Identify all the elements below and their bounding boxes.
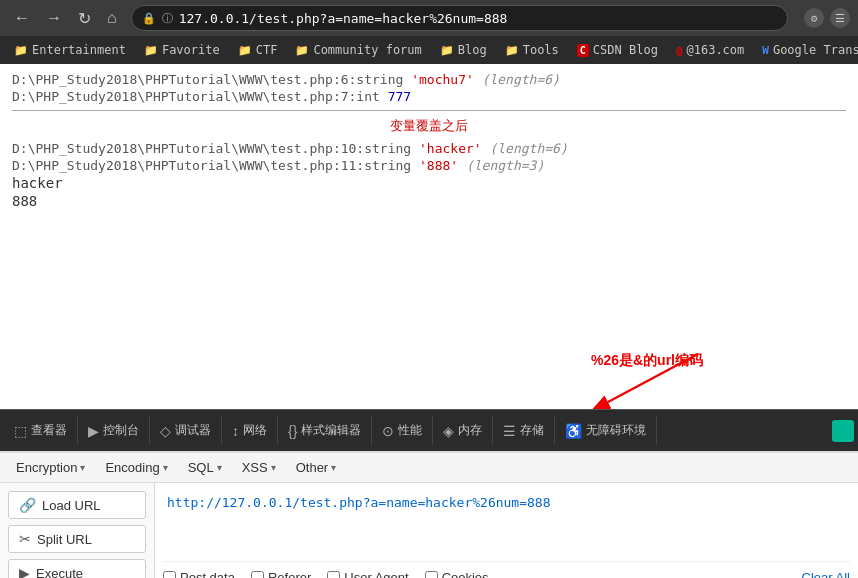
menu-button[interactable]: ☰ (830, 8, 850, 28)
home-button[interactable]: ⌂ (101, 7, 123, 29)
bookmark-label: Entertainment (32, 43, 126, 57)
other-label: Other (296, 460, 329, 475)
devtools-label: 样式编辑器 (301, 422, 361, 439)
clear-all-button[interactable]: Clear All (802, 570, 850, 578)
green-indicator[interactable] (832, 420, 854, 442)
folder-icon: 📁 (440, 44, 454, 57)
execute-button[interactable]: ▶ Execute (8, 559, 146, 578)
console-icon: ▶ (88, 423, 99, 439)
folder-icon: 📁 (238, 44, 252, 57)
devtools-style-editor[interactable]: {} 样式编辑器 (278, 416, 372, 445)
bookmark-163[interactable]: @ @163.com (668, 40, 752, 60)
bookmark-google-translate[interactable]: W Google Translate (754, 40, 858, 60)
page-content: D:\PHP_Study2018\PHPTutorial\WWW\test.ph… (0, 64, 858, 344)
load-url-button[interactable]: 🔗 Load URL (8, 491, 146, 519)
cookies-check[interactable] (425, 571, 438, 578)
storage-icon: ☰ (503, 423, 516, 439)
bookmark-csdn[interactable]: C CSDN Blog (569, 40, 666, 60)
sql-label: SQL (188, 460, 214, 475)
devtools-label: 调试器 (175, 422, 211, 439)
referer-check[interactable] (251, 571, 264, 578)
output-888: 888 (12, 193, 846, 209)
split-url-label: Split URL (37, 532, 92, 547)
load-url-icon: 🔗 (19, 497, 36, 513)
bookmark-label: Blog (458, 43, 487, 57)
referer-checkbox[interactable]: Referer (251, 570, 311, 578)
browser-extra: ⚙ ☰ (796, 8, 850, 28)
split-url-icon: ✂ (19, 531, 31, 547)
devtools-memory[interactable]: ◈ 内存 (433, 416, 493, 445)
devtools-label: 查看器 (31, 422, 67, 439)
devtools-label: 内存 (458, 422, 482, 439)
hackbar-right: Post data Referer User Agent Cookies Cle… (155, 483, 858, 578)
bookmark-label: Favorite (162, 43, 220, 57)
sql-arrow: ▾ (217, 462, 222, 473)
section-title: 变量覆盖之后 (12, 117, 846, 135)
devtools-performance[interactable]: ⊙ 性能 (372, 416, 433, 445)
info-icon: ⓘ (162, 11, 173, 26)
bookmark-community-forum[interactable]: 📁 Community forum (287, 40, 429, 60)
execute-icon: ▶ (19, 565, 30, 578)
xss-label: XSS (242, 460, 268, 475)
post-data-checkbox[interactable]: Post data (163, 570, 235, 578)
path-text: D:\PHP_Study2018\PHPTutorial\WWW\test.ph… (12, 141, 411, 156)
debug-line-4: D:\PHP_Study2018\PHPTutorial\WWW\test.ph… (12, 158, 846, 173)
devtools-debugger[interactable]: ◇ 调试器 (150, 416, 222, 445)
bookmark-favorite[interactable]: 📁 Favorite (136, 40, 228, 60)
lock-icon: 🔒 (142, 12, 156, 25)
other-menu[interactable]: Other ▾ (288, 457, 345, 478)
bookmark-label: Community forum (313, 43, 421, 57)
sql-menu[interactable]: SQL ▾ (180, 457, 230, 478)
back-button[interactable]: ← (8, 7, 36, 29)
split-url-button[interactable]: ✂ Split URL (8, 525, 146, 553)
post-data-check[interactable] (163, 571, 176, 578)
address-url: 127.0.0.1/test.php?a=name=hacker%26num=8… (179, 11, 508, 26)
encryption-arrow: ▾ (80, 462, 85, 473)
bookmark-tools[interactable]: 📁 Tools (497, 40, 567, 60)
devtools-inspector[interactable]: ⬚ 查看器 (4, 416, 78, 445)
path-text: D:\PHP_Study2018\PHPTutorial\WWW\test.ph… (12, 158, 411, 173)
devtools-network[interactable]: ↕ 网络 (222, 416, 278, 445)
string-length: (length=3) (466, 158, 544, 173)
devtools-storage[interactable]: ☰ 存储 (493, 416, 555, 445)
devtools-label: 网络 (243, 422, 267, 439)
divider (12, 110, 846, 111)
encoding-menu[interactable]: Encoding ▾ (97, 457, 175, 478)
bookmark-blog[interactable]: 📁 Blog (432, 40, 495, 60)
bookmark-label: CSDN Blog (593, 43, 658, 57)
address-bar[interactable]: 🔒 ⓘ 127.0.0.1/test.php?a=name=hacker%26n… (131, 5, 788, 31)
accessibility-icon: ♿ (565, 423, 582, 439)
devtools-accessibility[interactable]: ♿ 无障碍环境 (555, 416, 657, 445)
hackbar-body: 🔗 Load URL ✂ Split URL ▶ Execute Post da… (0, 483, 858, 578)
bookmark-label: Google Translate (773, 43, 858, 57)
post-data-label: Post data (180, 570, 235, 578)
arrow-svg (578, 344, 778, 409)
devtools-console[interactable]: ▶ 控制台 (78, 416, 150, 445)
devtools-label: 无障碍环境 (586, 422, 646, 439)
user-agent-check[interactable] (327, 571, 340, 578)
bookmark-ctf[interactable]: 📁 CTF (230, 40, 286, 60)
devtools-label: 控制台 (103, 422, 139, 439)
hackbar: Encryption ▾ Encoding ▾ SQL ▾ XSS ▾ Othe… (0, 451, 858, 578)
encryption-menu[interactable]: Encryption ▾ (8, 457, 93, 478)
folder-icon: 📁 (505, 44, 519, 57)
xss-menu[interactable]: XSS ▾ (234, 457, 284, 478)
string-length: (length=6) (482, 72, 560, 87)
browser-chrome: ← → ↻ ⌂ 🔒 ⓘ 127.0.0.1/test.php?a=name=ha… (0, 0, 858, 36)
bookmark-entertainment[interactable]: 📁 Entertainment (6, 40, 134, 60)
google-translate-icon: W (762, 44, 769, 57)
hackbar-left: 🔗 Load URL ✂ Split URL ▶ Execute (0, 483, 155, 578)
extension-button[interactable]: ⚙ (804, 8, 824, 28)
string-value: '888' (419, 158, 458, 173)
path-text: D:\PHP_Study2018\PHPTutorial\WWW\test.ph… (12, 72, 403, 87)
url-input[interactable] (163, 491, 850, 514)
reload-button[interactable]: ↻ (72, 7, 97, 30)
debug-line-3: D:\PHP_Study2018\PHPTutorial\WWW\test.ph… (12, 141, 846, 156)
cookies-checkbox[interactable]: Cookies (425, 570, 489, 578)
forward-button[interactable]: → (40, 7, 68, 29)
user-agent-checkbox[interactable]: User Agent (327, 570, 408, 578)
referer-label: Referer (268, 570, 311, 578)
load-url-label: Load URL (42, 498, 101, 513)
devtools-label: 存储 (520, 422, 544, 439)
annotation-area: %26是&的url编码 (0, 344, 858, 409)
